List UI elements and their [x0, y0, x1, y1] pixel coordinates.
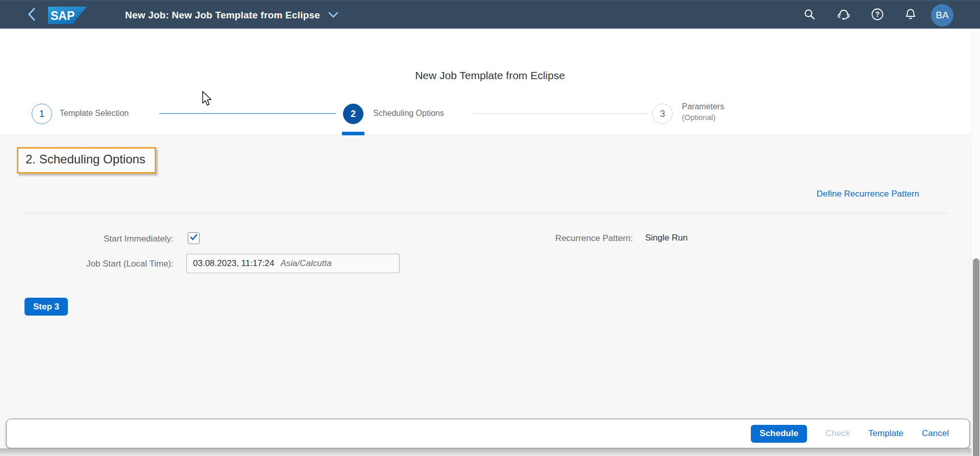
section-heading: 2. Scheduling Options — [26, 152, 145, 166]
wizard-step-2-circle[interactable]: 2 — [343, 104, 363, 124]
svg-text:?: ? — [875, 10, 880, 18]
wizard-connector-2-3 — [473, 113, 648, 114]
recurrence-pattern-label: Recurrence Pattern: — [510, 233, 633, 244]
wizard-header: New Job Template from Eclipse 1 Template… — [0, 29, 980, 135]
vertical-scrollbar-track[interactable] — [971, 29, 980, 456]
wizard-step-1-number: 1 — [39, 109, 44, 119]
job-start-value: 03.08.2023, 11:17:24 — [193, 258, 274, 269]
shell-header: SAP New Job: New Job Template from Eclip… — [0, 0, 980, 29]
support-button[interactable] — [837, 9, 850, 22]
wizard-connector-1-2 — [159, 113, 336, 114]
start-immediately-checkbox[interactable] — [188, 232, 200, 244]
help-button[interactable]: ? — [871, 9, 884, 22]
notifications-button[interactable] — [904, 9, 917, 22]
user-avatar[interactable]: BA — [931, 4, 953, 27]
section-divider — [24, 213, 948, 213]
page-title: New Job Template from Eclipse — [0, 69, 980, 82]
wizard-step-3-circle[interactable]: 3 — [652, 104, 673, 124]
template-button[interactable]: Template — [868, 428, 903, 439]
wizard-step-1-label[interactable]: Template Selection — [60, 109, 129, 118]
wizard-step-3-number: 3 — [660, 109, 665, 119]
wizard-step-2-number: 2 — [351, 109, 356, 119]
wizard-step-3-sublabel: (Optional) — [682, 112, 724, 123]
check-button[interactable]: Check — [825, 428, 850, 439]
back-chevron-icon — [28, 8, 36, 23]
scheduling-options-section: 2. Scheduling Options Define Recurrence … — [0, 135, 971, 456]
cancel-button[interactable]: Cancel — [922, 428, 949, 439]
define-recurrence-pattern-link[interactable]: Define Recurrence Pattern — [817, 189, 919, 199]
schedule-button[interactable]: Schedule — [751, 425, 807, 443]
job-start-label: Job Start (Local Time): — [20, 259, 174, 269]
footer-action-bar: Schedule Check Template Cancel — [6, 419, 970, 448]
vertical-scrollbar-thumb[interactable] — [973, 258, 979, 456]
search-icon — [803, 8, 816, 22]
bottom-edge-strip — [0, 448, 980, 456]
app-root: SAP New Job: New Job Template from Eclip… — [0, 0, 980, 456]
section-heading-highlight-box: 2. Scheduling Options — [17, 147, 156, 174]
search-button[interactable] — [803, 9, 816, 22]
app-title: New Job: New Job Template from Eclipse — [125, 10, 320, 21]
active-step-indicator — [342, 132, 364, 135]
avatar-initials: BA — [936, 10, 948, 21]
sap-logo-text: SAP — [51, 9, 75, 22]
wizard-step-2-label[interactable]: Scheduling Options — [373, 109, 444, 118]
help-icon: ? — [871, 8, 884, 23]
recurrence-pattern-value: Single Run — [645, 233, 688, 243]
sap-logo[interactable]: SAP — [48, 7, 87, 26]
start-immediately-label: Start Immediately: — [20, 234, 174, 244]
headset-icon — [837, 8, 850, 23]
app-title-menu[interactable]: New Job: New Job Template from Eclipse — [125, 1, 338, 30]
wizard-step-3-label[interactable]: Parameters (Optional) — [682, 101, 724, 123]
back-button[interactable] — [23, 1, 40, 30]
chevron-down-icon — [328, 11, 338, 20]
step-3-button[interactable]: Step 3 — [24, 298, 68, 316]
wizard-step-1-circle[interactable]: 1 — [32, 104, 52, 124]
wizard-step-3-label-main: Parameters — [682, 101, 724, 112]
job-start-timezone: Asia/Calcutta — [280, 258, 331, 269]
checkbox-checkmark-icon — [189, 233, 198, 244]
job-start-input[interactable]: 03.08.2023, 11:17:24 Asia/Calcutta — [186, 254, 400, 273]
bell-icon — [904, 8, 917, 23]
